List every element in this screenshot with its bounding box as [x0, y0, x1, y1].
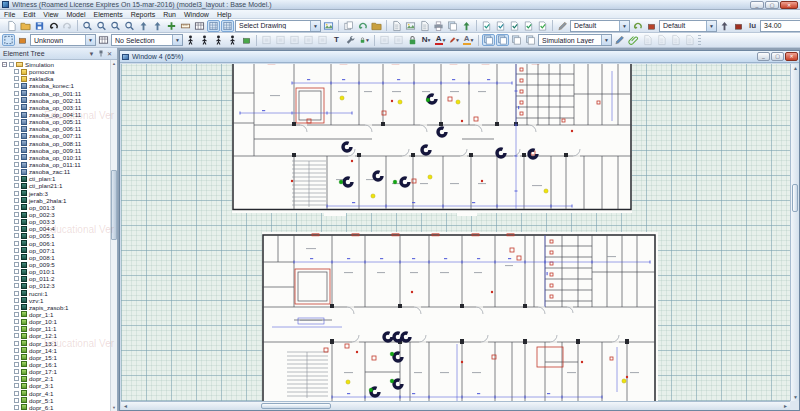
tree-item[interactable]: op_012:3 — [2, 282, 117, 289]
chevron-down-icon[interactable]: ▼ — [601, 35, 611, 45]
scroll-right-icon[interactable]: ► — [783, 403, 788, 409]
person-run-icon[interactable] — [226, 34, 239, 46]
vertical-scrollbar[interactable]: ▲ ▼ — [790, 64, 799, 401]
tree-item[interactable]: zasoba_op_010:11 — [2, 154, 117, 161]
tree-item[interactable]: jerab_2hala:1 — [2, 197, 117, 204]
toolbar-grip[interactable] — [698, 35, 701, 45]
chevron-down-icon[interactable]: ▼ — [85, 35, 95, 45]
collapse-icon[interactable]: − — [2, 62, 7, 67]
tree-item-checkbox[interactable] — [14, 333, 19, 338]
yellow-marker[interactable] — [371, 194, 375, 198]
element-mode-combo[interactable]: Unknown ▼ — [30, 34, 96, 46]
tree-item[interactable]: dopr_3:1 — [2, 382, 117, 389]
sheet-report-3-icon[interactable] — [669, 34, 682, 46]
tag-list-icon[interactable] — [508, 20, 521, 32]
tree-item-checkbox[interactable] — [14, 291, 19, 296]
yellow-marker[interactable] — [398, 100, 402, 104]
red-marker[interactable] — [626, 376, 628, 378]
zoom-in-icon[interactable] — [81, 20, 94, 32]
tree-item[interactable]: op_008:1 — [2, 254, 117, 261]
tree-item[interactable]: cti_plan:1 — [2, 175, 117, 182]
measure-icon[interactable] — [179, 20, 192, 32]
menu-view[interactable]: View — [43, 11, 58, 18]
designer-mode-icon[interactable] — [16, 34, 29, 46]
line-width-icon[interactable] — [732, 20, 745, 32]
tree-item[interactable]: op_004:4 — [2, 225, 117, 232]
green-marker[interactable] — [339, 180, 343, 184]
tree-item[interactable]: dopr_6:1 — [2, 404, 117, 411]
tree-item[interactable]: zasoba_op_001:11 — [2, 90, 117, 97]
tree-item-checkbox[interactable] — [14, 348, 19, 353]
tree-item-checkbox[interactable] — [14, 233, 19, 238]
attach-layer-icon[interactable] — [627, 34, 640, 46]
vertical-scrollbar-thumb[interactable] — [792, 184, 798, 212]
menu-edit[interactable]: Edit — [23, 11, 35, 18]
red-marker[interactable] — [391, 100, 393, 102]
yellow-marker[interactable] — [456, 100, 460, 104]
share-drawing-icon[interactable] — [356, 20, 369, 32]
tree-item-checkbox[interactable] — [14, 305, 19, 310]
menu-help[interactable]: Help — [217, 11, 231, 18]
person-operator-icon[interactable] — [184, 34, 197, 46]
close-icon[interactable]: ✕ — [105, 50, 114, 57]
element-table-icon[interactable] — [97, 34, 110, 46]
cut-element-icon[interactable] — [260, 34, 273, 46]
tree-item-checkbox[interactable] — [14, 341, 19, 346]
tree-scrollbar-thumb[interactable] — [111, 170, 117, 240]
tree-item-checkbox[interactable] — [14, 198, 19, 203]
open-folder-icon[interactable] — [19, 20, 32, 32]
undo-icon[interactable] — [47, 20, 60, 32]
tree-item[interactable]: zakladka — [2, 75, 117, 82]
sheet-report-4-icon[interactable] — [683, 34, 696, 46]
snap-mode-icon[interactable] — [193, 20, 206, 32]
tree-item[interactable]: dopr_11:1 — [2, 325, 117, 332]
red-marker[interactable] — [356, 351, 358, 353]
maximize-button[interactable]: ▢ — [765, 1, 779, 9]
chevron-down-icon[interactable]: ▼ — [426, 37, 431, 43]
person-labor-icon[interactable] — [198, 34, 211, 46]
tree-item-checkbox[interactable] — [14, 212, 19, 217]
tree-item-checkbox[interactable] — [14, 398, 19, 403]
tree-item-checkbox[interactable] — [14, 126, 19, 131]
lock-display-icon[interactable]: ▼ — [358, 34, 371, 46]
tree-item[interactable]: op_005:1 — [2, 232, 117, 239]
fill-style-combo[interactable]: Default ▼ — [659, 20, 717, 32]
red-marker[interactable] — [481, 180, 483, 182]
drawing-canvas[interactable] — [121, 64, 790, 401]
chevron-down-icon[interactable]: ▼ — [619, 21, 629, 31]
tree-item[interactable]: op_007:1 — [2, 247, 117, 254]
tree-item[interactable]: dopr_17:1 — [2, 368, 117, 375]
layer-up-icon[interactable] — [510, 34, 523, 46]
drawing-window-titlebar[interactable]: Window 4 (65%) _ ▢ ✕ — [120, 51, 799, 63]
tree-item-checkbox[interactable] — [14, 283, 19, 288]
tag-link-icon[interactable] — [522, 20, 535, 32]
tree-item-checkbox[interactable] — [14, 376, 19, 381]
chevron-down-icon[interactable]: ▼ — [310, 21, 320, 31]
red-marker[interactable] — [581, 361, 583, 363]
paste-drawing-icon[interactable] — [390, 20, 403, 32]
tree-item[interactable]: dopr_16:1 — [2, 361, 117, 368]
menu-reports[interactable]: Reports — [131, 11, 156, 18]
tree-item-checkbox[interactable] — [14, 169, 19, 174]
tree-item-checkbox[interactable] — [14, 148, 19, 153]
print-drawing-icon[interactable] — [432, 20, 445, 32]
red-marker[interactable] — [461, 120, 463, 122]
chevron-down-icon[interactable]: ▼ — [442, 37, 447, 43]
tree-item[interactable]: zasoba_op_003:11 — [2, 104, 117, 111]
green-marker[interactable] — [369, 388, 373, 392]
layer-combo[interactable]: Simulation Layer ▼ — [538, 34, 612, 46]
tree-item-checkbox[interactable] — [14, 76, 19, 81]
tree-item[interactable]: cti_plan21:1 — [2, 182, 117, 189]
yellow-marker[interactable] — [428, 175, 432, 179]
tree-item-checkbox[interactable] — [14, 191, 19, 196]
zoom-window-icon[interactable] — [109, 20, 122, 32]
tree-item[interactable]: dopr_4:1 — [2, 389, 117, 396]
pointer-tool-icon[interactable] — [718, 20, 731, 32]
scroll-left-icon[interactable]: ◄ — [123, 403, 128, 409]
tree-item-checkbox[interactable] — [14, 312, 19, 317]
layer-all-icon[interactable] — [482, 34, 495, 46]
tree-item[interactable]: zasoba_op_004:11 — [2, 111, 117, 118]
tree-item[interactable]: op_011:2 — [2, 275, 117, 282]
tree-item[interactable]: zasoba_op_007:11 — [2, 132, 117, 139]
horizontal-scrollbar[interactable]: ◄ ► — [121, 401, 790, 410]
